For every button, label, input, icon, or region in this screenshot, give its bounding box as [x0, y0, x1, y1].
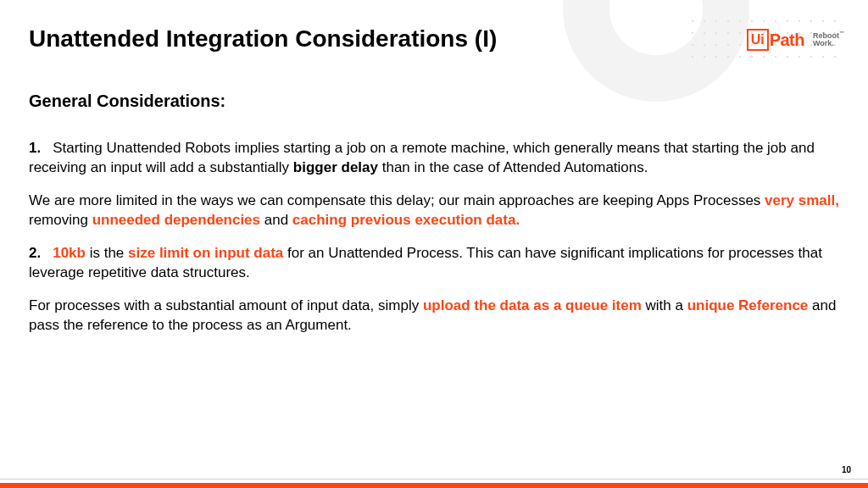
bold-text: bigger delay — [293, 159, 378, 175]
paragraph-2: We are more limited in the ways we can c… — [29, 191, 839, 230]
accent-text: size limit on input data — [128, 245, 283, 261]
paragraph-3: 2.10kb is the size limit on input data f… — [29, 244, 839, 283]
paragraph-4: For processes with a substantial amount … — [29, 297, 839, 336]
accent-text: 10kb — [53, 245, 86, 261]
accent-text: caching previous execution data. — [292, 212, 520, 228]
footer-divider — [0, 479, 868, 480]
list-number: 2. — [29, 245, 41, 261]
text: For processes with a substantial amount … — [29, 297, 423, 313]
accent-text: unneeded dependencies — [92, 212, 260, 228]
accent-text: very small, — [765, 192, 839, 208]
text: with a — [642, 297, 687, 313]
text: and — [260, 212, 292, 228]
logo-ui-icon: Ui Path — [747, 29, 804, 51]
brand-logo: Ui Path RebootWork.™ — [747, 29, 839, 51]
slide-body: 1.Starting Unattended Robots implies sta… — [29, 139, 839, 349]
accent-text: unique Reference — [687, 297, 809, 313]
logo-ui-text: Ui — [751, 33, 765, 47]
text: We are more limited in the ways we can c… — [29, 192, 765, 208]
logo-path-text: Path — [770, 30, 804, 50]
accent-text: upload the data as a queue item — [423, 297, 642, 313]
paragraph-1: 1.Starting Unattended Robots implies sta… — [29, 139, 839, 178]
text: is the — [86, 245, 128, 261]
slide: Ui Path RebootWork.™ Unattended Integrat… — [0, 0, 868, 488]
page-number: 10 — [842, 465, 851, 474]
text: removing — [29, 212, 92, 228]
footer-accent-bar — [0, 483, 868, 488]
slide-subtitle: General Considerations: — [29, 92, 225, 111]
list-number: 1. — [29, 140, 41, 156]
slide-title: Unattended Integration Considerations (I… — [29, 25, 497, 53]
text: than in the case of Attended Automations… — [378, 159, 648, 175]
logo-tagline: RebootWork.™ — [813, 32, 839, 47]
